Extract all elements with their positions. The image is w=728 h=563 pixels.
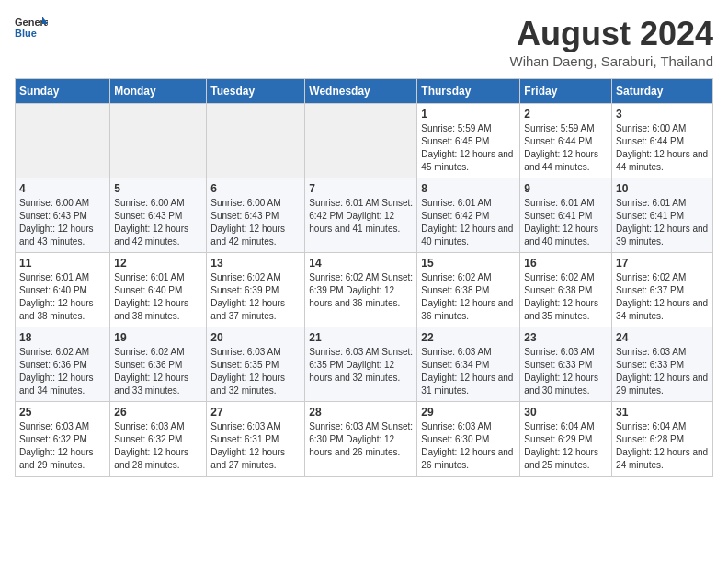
day-number: 28 [309,406,413,419]
day-number: 14 [309,257,413,270]
day-number: 11 [19,257,106,270]
day-number: 2 [524,108,608,121]
cell-content: Sunrise: 6:02 AM Sunset: 6:36 PM Dayligh… [19,346,106,397]
day-number: 1 [421,108,516,121]
calendar-cell [16,104,110,178]
calendar-cell: 15Sunrise: 6:02 AM Sunset: 6:38 PM Dayli… [417,253,520,327]
calendar-cell: 7Sunrise: 6:01 AM Sunset: 6:42 PM Daylig… [305,178,417,253]
day-number: 9 [524,182,608,195]
day-number: 30 [524,406,608,419]
day-number: 25 [19,406,106,419]
calendar-cell: 2Sunrise: 5:59 AM Sunset: 6:44 PM Daylig… [520,104,612,178]
calendar-cell [305,104,417,178]
cell-content: Sunrise: 6:02 AM Sunset: 6:38 PM Dayligh… [421,271,516,323]
day-header-tuesday: Tuesday [207,79,305,104]
day-number: 13 [210,257,301,270]
calendar-cell: 11Sunrise: 6:01 AM Sunset: 6:40 PM Dayli… [16,253,110,327]
calendar-cell: 16Sunrise: 6:02 AM Sunset: 6:38 PM Dayli… [520,253,612,327]
cell-content: Sunrise: 6:00 AM Sunset: 6:44 PM Dayligh… [616,122,709,174]
calendar-cell: 19Sunrise: 6:02 AM Sunset: 6:36 PM Dayli… [110,327,207,402]
calendar-cell: 3Sunrise: 6:00 AM Sunset: 6:44 PM Daylig… [612,104,713,178]
cell-content: Sunrise: 6:03 AM Sunset: 6:32 PM Dayligh… [19,420,106,472]
title-section: August 2024 Wihan Daeng, Saraburi, Thail… [509,15,713,69]
cell-content: Sunrise: 6:03 AM Sunset: 6:34 PM Dayligh… [421,346,516,397]
week-row-2: 4Sunrise: 6:00 AM Sunset: 6:43 PM Daylig… [16,178,713,253]
calendar-cell: 1Sunrise: 5:59 AM Sunset: 6:45 PM Daylig… [417,104,520,178]
cell-content: Sunrise: 6:04 AM Sunset: 6:28 PM Dayligh… [616,420,709,472]
calendar-cell: 23Sunrise: 6:03 AM Sunset: 6:33 PM Dayli… [520,327,612,402]
calendar-cell: 29Sunrise: 6:03 AM Sunset: 6:30 PM Dayli… [417,402,520,477]
calendar-cell: 22Sunrise: 6:03 AM Sunset: 6:34 PM Dayli… [417,327,520,402]
week-row-4: 18Sunrise: 6:02 AM Sunset: 6:36 PM Dayli… [16,327,713,402]
day-header-sunday: Sunday [16,79,110,104]
calendar-cell: 21Sunrise: 6:03 AM Sunset: 6:35 PM Dayli… [305,327,417,402]
cell-content: Sunrise: 5:59 AM Sunset: 6:45 PM Dayligh… [421,122,516,174]
calendar-cell: 24Sunrise: 6:03 AM Sunset: 6:33 PM Dayli… [612,327,713,402]
day-number: 6 [210,182,301,195]
calendar-cell: 27Sunrise: 6:03 AM Sunset: 6:31 PM Dayli… [207,402,305,477]
calendar-cell: 20Sunrise: 6:03 AM Sunset: 6:35 PM Dayli… [207,327,305,402]
calendar-cell: 18Sunrise: 6:02 AM Sunset: 6:36 PM Dayli… [16,327,110,402]
calendar-cell: 6Sunrise: 6:00 AM Sunset: 6:43 PM Daylig… [207,178,305,253]
day-number: 20 [210,331,301,344]
day-number: 7 [309,182,413,195]
cell-content: Sunrise: 6:03 AM Sunset: 6:33 PM Dayligh… [524,346,608,397]
week-row-3: 11Sunrise: 6:01 AM Sunset: 6:40 PM Dayli… [16,253,713,327]
day-number: 29 [421,406,516,419]
day-header-monday: Monday [110,79,207,104]
svg-text:Blue: Blue [15,28,37,39]
cell-content: Sunrise: 6:00 AM Sunset: 6:43 PM Dayligh… [114,197,202,248]
cell-content: Sunrise: 6:01 AM Sunset: 6:42 PM Dayligh… [421,197,516,248]
calendar-cell: 30Sunrise: 6:04 AM Sunset: 6:29 PM Dayli… [520,402,612,477]
cell-content: Sunrise: 6:02 AM Sunset: 6:39 PM Dayligh… [309,271,413,310]
cell-content: Sunrise: 6:01 AM Sunset: 6:40 PM Dayligh… [114,271,202,323]
cell-content: Sunrise: 6:03 AM Sunset: 6:35 PM Dayligh… [309,346,413,385]
day-number: 23 [524,331,608,344]
day-number: 21 [309,331,413,344]
cell-content: Sunrise: 6:03 AM Sunset: 6:30 PM Dayligh… [421,420,516,472]
cell-content: Sunrise: 6:00 AM Sunset: 6:43 PM Dayligh… [19,197,106,248]
calendar-cell: 9Sunrise: 6:01 AM Sunset: 6:41 PM Daylig… [520,178,612,253]
day-number: 5 [114,182,202,195]
week-row-1: 1Sunrise: 5:59 AM Sunset: 6:45 PM Daylig… [16,104,713,178]
calendar-cell: 5Sunrise: 6:00 AM Sunset: 6:43 PM Daylig… [110,178,207,253]
cell-content: Sunrise: 6:01 AM Sunset: 6:41 PM Dayligh… [524,197,608,248]
cell-content: Sunrise: 6:02 AM Sunset: 6:39 PM Dayligh… [210,271,301,323]
header: General Blue August 2024 Wihan Daeng, Sa… [15,15,713,69]
week-row-5: 25Sunrise: 6:03 AM Sunset: 6:32 PM Dayli… [16,402,713,477]
calendar-body: 1Sunrise: 5:59 AM Sunset: 6:45 PM Daylig… [16,104,713,477]
day-number: 8 [421,182,516,195]
cell-content: Sunrise: 6:03 AM Sunset: 6:33 PM Dayligh… [616,346,709,397]
logo: General Blue [15,15,48,40]
day-number: 24 [616,331,709,344]
day-number: 15 [421,257,516,270]
calendar-cell: 14Sunrise: 6:02 AM Sunset: 6:39 PM Dayli… [305,253,417,327]
day-number: 10 [616,182,709,195]
calendar-cell [110,104,207,178]
day-number: 19 [114,331,202,344]
cell-content: Sunrise: 6:03 AM Sunset: 6:35 PM Dayligh… [210,346,301,397]
calendar-cell: 17Sunrise: 6:02 AM Sunset: 6:37 PM Dayli… [612,253,713,327]
calendar-cell: 31Sunrise: 6:04 AM Sunset: 6:28 PM Dayli… [612,402,713,477]
cell-content: Sunrise: 6:01 AM Sunset: 6:40 PM Dayligh… [19,271,106,323]
cell-content: Sunrise: 6:03 AM Sunset: 6:32 PM Dayligh… [114,420,202,472]
cell-content: Sunrise: 6:02 AM Sunset: 6:37 PM Dayligh… [616,271,709,323]
calendar-cell: 28Sunrise: 6:03 AM Sunset: 6:30 PM Dayli… [305,402,417,477]
logo-icon: General Blue [15,15,48,40]
cell-content: Sunrise: 6:02 AM Sunset: 6:38 PM Dayligh… [524,271,608,323]
subtitle: Wihan Daeng, Saraburi, Thailand [509,53,713,69]
calendar-cell: 4Sunrise: 6:00 AM Sunset: 6:43 PM Daylig… [16,178,110,253]
day-header-friday: Friday [520,79,612,104]
day-number: 26 [114,406,202,419]
day-number: 12 [114,257,202,270]
day-header-saturday: Saturday [612,79,713,104]
calendar-cell: 12Sunrise: 6:01 AM Sunset: 6:40 PM Dayli… [110,253,207,327]
cell-content: Sunrise: 6:03 AM Sunset: 6:31 PM Dayligh… [210,420,301,472]
calendar-cell [207,104,305,178]
cell-content: Sunrise: 6:04 AM Sunset: 6:29 PM Dayligh… [524,420,608,472]
day-number: 31 [616,406,709,419]
day-number: 22 [421,331,516,344]
day-number: 3 [616,108,709,121]
cell-content: Sunrise: 6:03 AM Sunset: 6:30 PM Dayligh… [309,420,413,459]
day-number: 17 [616,257,709,270]
